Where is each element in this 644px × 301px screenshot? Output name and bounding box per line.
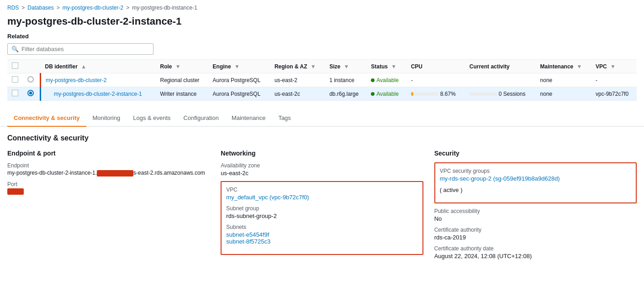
endpoint-prefix: my-postgres-db-cluster-2-instance-1. [7,170,97,176]
row-activity-cell [465,73,536,87]
breadcrumb-sep-1: > [21,5,25,11]
table-row[interactable]: my-postgres-db-cluster-2 Regional cluste… [7,73,637,87]
row-engine-cell: Aurora PostgreSQL [208,87,270,101]
status-dot-2 [371,92,375,96]
sort-size-icon: ▼ [343,63,349,70]
subnet2-link[interactable]: subnet-8f5725c3 [226,238,270,245]
related-section: Related 🔍 DB identifier ▲ Role ▼ Engine … [0,33,644,106]
row-vpc-cell: - [591,73,637,87]
row-vpc-cell: vpc-9b72c7f0 [591,87,637,101]
cpu-bar-fill [411,92,413,96]
sort-vpc-icon: ▼ [610,63,616,70]
subnets-label: Subnets [226,224,417,230]
networking-col: Networking Availability zone us-east-2c … [221,150,423,264]
subnet-group-value: rds-subnet-group-2 [226,213,417,219]
status-available-2: Available [371,91,401,97]
breadcrumb-sep-3: > [126,5,129,11]
public-value: No [434,215,637,222]
subnet1-link[interactable]: subnet-e5454f9f [226,231,269,238]
row-cpu-cell: 8.67% [406,87,465,101]
endpoint-label: Endpoint [7,162,210,169]
select-all-checkbox[interactable] [12,62,18,69]
port-redacted [7,188,24,195]
cpu-bar: 8.67% [411,91,460,97]
col-activity: Current activity [465,60,536,73]
cpu-bar-bg [411,92,438,96]
col-vpc[interactable]: VPC ▼ [591,60,637,73]
table-row[interactable]: my-postgres-db-cluster-2-instance-1 Writ… [7,87,637,101]
tab-configuration[interactable]: Configuration [177,110,225,127]
col-identifier[interactable]: DB identifier ▲ [41,60,156,73]
vpc-sg-link[interactable]: my-rds-sec-group-2 (sg-059ef919b8a9d628d… [440,175,560,182]
col-radio [23,60,41,73]
tab-logs[interactable]: Logs & events [127,110,177,127]
col-role[interactable]: Role ▼ [156,60,208,73]
row-status-cell: Available [366,87,406,101]
breadcrumb: RDS > Databases > my-postgres-db-cluster… [0,0,644,14]
connectivity-title: Connectivity & security [7,134,637,142]
cert-date-value: August 22, 2024, 12:08 (UTC+12:08) [434,253,637,259]
row-radio-cell[interactable] [23,73,41,87]
vpc-sg-label: VPC security groups [440,168,631,174]
row-checkbox-cell[interactable] [7,87,23,101]
row-maintenance-cell: none [536,87,591,101]
sessions-bar-bg [470,92,497,96]
breadcrumb-databases[interactable]: Databases [27,5,53,11]
row-size-cell: 1 instance [325,73,366,87]
filter-input[interactable] [21,46,149,52]
row-checkbox-cell[interactable] [7,73,23,87]
related-label: Related [7,33,637,40]
vpc-sg-value: my-rds-sec-group-2 (sg-059ef919b8a9d628d… [440,175,631,182]
row-region-cell: us-east-2c [270,87,325,101]
row-db-link[interactable]: my-postgres-db-cluster-2 [46,77,106,83]
col-engine[interactable]: Engine ▼ [208,60,270,73]
row-identifier-cell: my-postgres-db-cluster-2-instance-1 [41,87,156,101]
subnet-group-label: Subnet group [226,205,417,212]
az-value: us-east-2c [221,170,423,176]
search-icon: 🔍 [11,46,19,52]
security-red-box: VPC security groups my-rds-sec-group-2 (… [434,162,637,203]
tab-maintenance[interactable]: Maintenance [225,110,272,127]
subnets-value: subnet-e5454f9f subnet-8f5725c3 [226,231,417,245]
endpoint-port-col: Endpoint & port Endpoint my-postgres-db-… [7,150,210,264]
endpoint-port-title: Endpoint & port [7,150,210,157]
col-region[interactable]: Region & AZ ▼ [270,60,325,73]
tab-monitoring[interactable]: Monitoring [86,110,127,127]
page-title: my-postgres-db-cluster-2-instance-1 [0,14,644,33]
three-col-layout: Endpoint & port Endpoint my-postgres-db-… [7,150,637,264]
sort-status-icon: ▼ [391,63,396,70]
page-wrapper: RDS > Databases > my-postgres-db-cluster… [0,0,644,301]
endpoint-suffix: s-east-2.rds.amazonaws.com [133,170,205,176]
row-activity-cell: 0 Sessions [465,87,536,101]
cert-auth-value: rds-ca-2019 [434,234,637,241]
tab-connectivity[interactable]: Connectivity & security [7,110,86,127]
row-role-cell: Regional cluster [156,73,208,87]
filter-bar[interactable]: 🔍 [7,43,153,55]
cert-date-label: Certificate authority date [434,245,637,252]
sort-engine-icon: ▼ [234,63,240,70]
sort-role-icon: ▼ [175,63,181,70]
breadcrumb-rds[interactable]: RDS [7,5,19,11]
vpc-sg-status: ( active ) [440,187,631,193]
col-status[interactable]: Status ▼ [366,60,406,73]
endpoint-value: my-postgres-db-cluster-2-instance-1.s-ea… [7,170,210,176]
col-checkbox [7,60,23,73]
breadcrumb-cluster[interactable]: my-postgres-db-cluster-2 [63,5,123,11]
vpc-link[interactable]: my_default_vpc (vpc-9b72c7f0) [226,194,309,201]
row-checkbox[interactable] [12,90,18,96]
col-size[interactable]: Size ▼ [325,60,366,73]
db-table: DB identifier ▲ Role ▼ Engine ▼ Region &… [7,59,637,101]
col-maintenance[interactable]: Maintenance ▼ [536,60,591,73]
cpu-value: 8.67% [440,91,456,97]
row-radio-selected[interactable] [27,90,34,96]
row-maintenance-cell: none [536,73,591,87]
col-cpu: CPU [406,60,465,73]
row-db-link-selected[interactable]: my-postgres-db-cluster-2-instance-1 [54,91,142,97]
row-radio-cell[interactable] [23,87,41,101]
tab-tags[interactable]: Tags [272,110,297,127]
security-col: Security VPC security groups my-rds-sec-… [434,150,637,264]
row-checkbox[interactable] [12,76,18,83]
row-radio[interactable] [27,76,34,83]
row-cpu-cell: - [406,73,465,87]
security-title: Security [434,150,637,157]
